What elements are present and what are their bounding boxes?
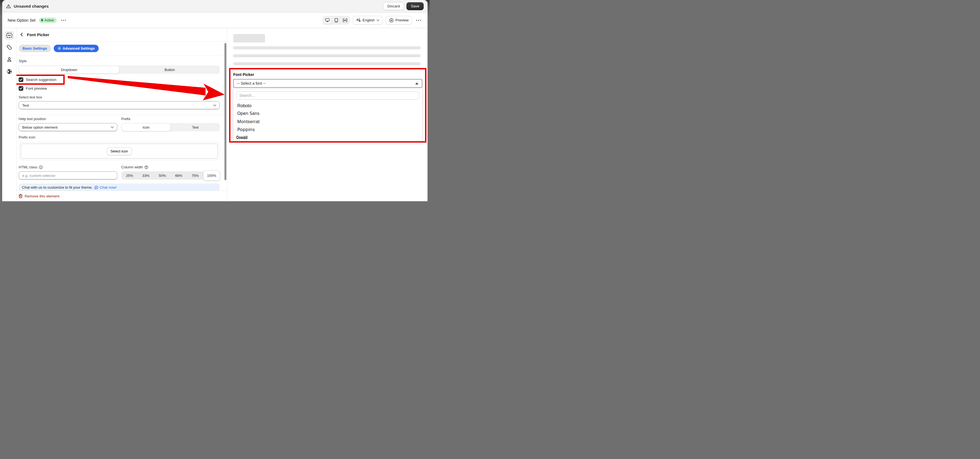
prefix-option-text[interactable]: Text — [171, 123, 220, 131]
font-preview-checkbox[interactable] — [19, 86, 23, 91]
element-field-icon — [6, 33, 12, 38]
column-width-33[interactable]: 33% — [138, 171, 154, 180]
prefix-segmented-control: Icon Text — [121, 123, 220, 131]
column-width-75[interactable]: 75% — [187, 171, 204, 180]
chevron-down-icon — [377, 19, 379, 21]
html-class-label: HTML class — [19, 165, 37, 169]
column-width-25[interactable]: 25% — [121, 171, 138, 180]
font-select-trigger[interactable]: -- Select a font -- — [233, 79, 422, 88]
preview-field-label: Font Picker — [233, 72, 422, 77]
header-more-menu-button[interactable] — [415, 19, 422, 22]
style-label: Style — [19, 59, 220, 63]
panel-title: Font Picker — [27, 32, 49, 37]
fit-width-view-button[interactable] — [341, 17, 349, 24]
language-selector[interactable]: English — [353, 16, 383, 25]
prefix-option-icon[interactable]: Icon — [121, 123, 171, 131]
person-icon — [6, 57, 12, 62]
select-text-box-dropdown[interactable]: Text — [19, 101, 220, 109]
help-icon — [145, 165, 148, 169]
font-option-open-sans[interactable]: Open Sans — [234, 110, 422, 118]
chevron-down-icon — [213, 104, 216, 107]
tag-icon — [6, 45, 12, 50]
remove-element-button[interactable]: Remove this element — [16, 191, 227, 201]
back-button[interactable] — [19, 32, 24, 38]
divider — [16, 115, 227, 115]
save-bar: Unsaved changes Discard Save — [2, 0, 428, 13]
font-option-roboto[interactable]: Roboto — [234, 102, 422, 110]
skeleton-bar — [233, 62, 421, 65]
font-preview-label: Font preview — [26, 86, 47, 91]
language-label: English — [363, 18, 375, 22]
help-text-position-value: Below option element — [22, 125, 57, 129]
status-dot-icon — [41, 19, 43, 21]
content-area: Font Picker Basic Settings — [2, 28, 428, 201]
search-suggestion-checkbox[interactable] — [19, 77, 23, 82]
font-select-value: -- Select a font -- — [237, 81, 266, 86]
prefix-label: Prefix — [121, 117, 220, 121]
style-option-dropdown[interactable]: Dropdown — [19, 65, 119, 74]
sidebar-rail — [2, 28, 16, 201]
select-icon-button[interactable]: Select icon — [107, 147, 132, 155]
search-suggestion-row: Search suggestion — [19, 77, 56, 82]
page-title-menu-button[interactable] — [60, 19, 67, 22]
prefix-icon-dropzone: Select icon — [19, 142, 220, 161]
warning-icon — [6, 4, 11, 8]
gear-icon — [57, 46, 61, 50]
chevron-down-icon — [111, 126, 114, 128]
column-width-50[interactable]: 50% — [154, 171, 170, 180]
html-class-input[interactable] — [19, 171, 117, 180]
font-option-poppins[interactable]: Poppins — [234, 126, 422, 134]
help-text-position-dropdown[interactable]: Below option element — [19, 123, 117, 131]
sidebar-item-customers[interactable] — [5, 55, 14, 64]
trash-icon — [19, 194, 22, 198]
search-suggestion-label: Search suggestion — [26, 78, 56, 82]
font-option-montserrat[interactable]: Montserrat — [234, 118, 422, 126]
chat-now-link[interactable]: Chat now! — [94, 185, 116, 190]
select-text-box-label: Select text box — [19, 95, 220, 99]
sidebar-item-localization[interactable] — [5, 67, 14, 76]
settings-panel: Font Picker Basic Settings — [16, 28, 227, 201]
preview-label: Preview — [395, 18, 409, 22]
chat-now-label: Chat now! — [100, 185, 116, 190]
skeleton-block — [233, 34, 265, 43]
settings-scrollbar-thumb[interactable] — [224, 43, 226, 180]
settings-scroll-area: Basic Settings — [16, 42, 227, 191]
preview-pane: Font Picker -- Select a font -- Roboto O… — [227, 28, 428, 201]
tab-basic-settings[interactable]: Basic Settings — [19, 45, 51, 52]
annotation-box-font-picker: Font Picker -- Select a font -- Roboto O… — [229, 68, 426, 143]
status-badge-label: Active — [45, 18, 54, 22]
tab-advanced-settings[interactable]: Advanced Settings — [54, 45, 99, 52]
skeleton-bar — [233, 46, 421, 49]
desktop-view-button[interactable] — [323, 17, 332, 24]
sidebar-item-elements[interactable] — [5, 31, 14, 40]
skeleton-bar — [233, 54, 421, 57]
tab-advanced-label: Advanced Settings — [63, 46, 95, 51]
chat-banner: Chat with us to customize to fit your th… — [19, 183, 220, 191]
chat-banner-text: Chat with us to customize to fit your th… — [22, 185, 92, 190]
column-width-66[interactable]: 66% — [170, 171, 187, 180]
globe-icon — [6, 69, 12, 74]
translate-icon — [356, 18, 361, 22]
column-width-100[interactable]: 100% — [203, 170, 220, 181]
caret-up-icon — [415, 83, 418, 84]
page-title: New Option Set — [8, 18, 36, 22]
info-icon — [39, 165, 43, 169]
unsaved-changes-label: Unsaved changes — [14, 4, 49, 8]
sidebar-item-products[interactable] — [5, 43, 14, 52]
column-width-label: Column width — [121, 165, 143, 169]
page-header: New Option Set Active — [2, 13, 428, 28]
font-option-oswald[interactable]: Oswald — [234, 134, 369, 142]
font-search-box — [236, 91, 419, 100]
style-segmented-control: Dropdown Button — [19, 65, 220, 74]
discard-button[interactable]: Discard — [383, 2, 404, 10]
select-text-box-value: Text — [22, 104, 29, 107]
column-width-segmented-control: 25% 33% 50% 66% 75% 100% — [121, 171, 220, 180]
status-badge: Active — [39, 18, 57, 23]
save-button[interactable]: Save — [406, 2, 424, 10]
mobile-view-button[interactable] — [332, 17, 340, 24]
preview-button[interactable]: Preview — [386, 16, 412, 25]
font-search-input[interactable] — [239, 93, 416, 97]
settings-tabs: Basic Settings — [19, 45, 220, 52]
prefix-icon-inner: Select icon — [21, 144, 218, 158]
style-option-button[interactable]: Button — [119, 65, 220, 74]
